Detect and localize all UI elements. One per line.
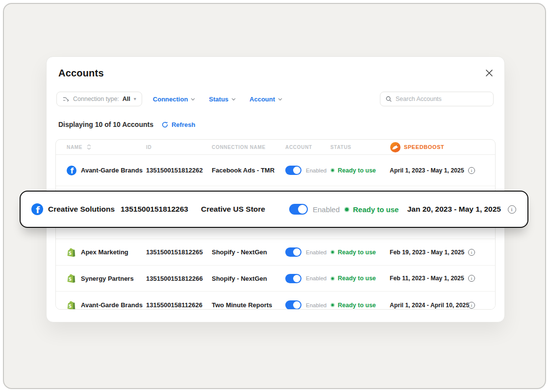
enabled-toggle[interactable]	[285, 300, 301, 310]
account-dropdown-label: Account	[250, 96, 275, 103]
enabled-label: Enabled	[306, 275, 326, 281]
date-range: Feb 11, 2023 - May 1, 2025	[390, 275, 459, 282]
search-icon	[385, 96, 392, 102]
refresh-icon	[161, 121, 169, 128]
info-icon[interactable]: i	[468, 167, 475, 174]
connection-name: Creative US Store	[201, 205, 289, 214]
column-header-status[interactable]: STATUS	[330, 145, 390, 150]
account-name: Apex Marketing	[81, 248, 128, 256]
account-id: 1351500151812263	[121, 205, 201, 214]
status-label: Ready to use	[353, 205, 399, 214]
account-name: Avant-Garde Brands	[81, 301, 143, 309]
status-label: Ready to use	[338, 167, 376, 174]
table-row[interactable]: S Apex Marketing 1351500151812265 Shopif…	[56, 239, 495, 266]
refresh-button[interactable]: Refresh	[161, 121, 195, 128]
enabled-label: Enabled	[306, 249, 326, 255]
speedboost-logo-icon	[390, 142, 401, 153]
status-dot-icon	[330, 168, 335, 172]
facebook-icon: f	[31, 203, 43, 215]
connection-type-label: Connection type:	[73, 96, 119, 102]
info-icon[interactable]: i	[508, 205, 516, 214]
date-range: Feb 19, 2023 - May 1, 2025	[390, 249, 459, 256]
table-row[interactable]: S Synergy Partners 1351500151812266 Shop…	[56, 266, 495, 292]
connection-name: Shopify - NextGen	[212, 248, 285, 256]
shopify-icon: S	[67, 273, 76, 283]
connection-type-filter[interactable]: Connection type: All ▾	[56, 92, 142, 106]
enabled-toggle[interactable]	[289, 204, 308, 215]
sort-icon	[87, 144, 91, 150]
date-range: April 1, 2024 - April 10, 2025	[390, 302, 459, 309]
enabled-toggle[interactable]	[285, 247, 301, 257]
caret-down-icon: ▾	[134, 97, 136, 101]
speedboost-brand-text: SPEEDBOOST	[404, 144, 444, 150]
displaying-count-text: Displaying 10 of 10 Accounts	[58, 121, 153, 128]
column-header-connection-name[interactable]: CONNECTION NAME	[212, 145, 285, 150]
connection-dropdown[interactable]: Connection	[153, 96, 196, 103]
shopify-icon: S	[67, 247, 76, 257]
status-label: Ready to use	[338, 302, 376, 309]
account-id: 1315500158112626	[146, 301, 212, 309]
connection-dropdown-label: Connection	[153, 96, 188, 103]
connection-name: Two Minute Reports	[212, 301, 285, 309]
highlighted-row-callout[interactable]: f Creative Solutions 1351500151812263 Cr…	[20, 191, 528, 228]
account-name: Synergy Partners	[81, 275, 134, 282]
enabled-label: Enabled	[313, 205, 340, 214]
toggle-knob	[293, 167, 300, 174]
column-header-account[interactable]: ACCOUNT	[285, 145, 330, 150]
toggle-knob	[293, 301, 300, 309]
chevron-down-icon	[231, 97, 236, 102]
search-accounts-box	[380, 92, 494, 106]
toggle-knob	[293, 248, 300, 256]
account-id: 1351500151812265	[146, 248, 212, 256]
enabled-label: Enabled	[306, 168, 326, 173]
connection-type-icon	[62, 96, 70, 103]
column-header-id[interactable]: ID	[146, 145, 212, 150]
page-title: Accounts	[58, 68, 104, 79]
search-input[interactable]	[396, 96, 488, 102]
filter-bar: Connection type: All ▾ Connection Status…	[56, 92, 494, 106]
info-icon[interactable]: i	[468, 275, 475, 282]
account-dropdown[interactable]: Account	[250, 96, 283, 103]
speedboost-brand: SPEEDBOOST	[390, 142, 484, 153]
connection-type-value: All	[123, 96, 130, 102]
accounts-modal: Accounts Connection type: All ▾ Connecti…	[46, 56, 505, 322]
status-label: Ready to use	[338, 275, 376, 282]
account-name: Creative Solutions	[48, 205, 115, 214]
status-dropdown[interactable]: Status	[209, 96, 236, 103]
enabled-label: Enabled	[306, 302, 326, 308]
account-name: Avant-Garde Brands	[81, 167, 143, 174]
info-icon[interactable]: i	[468, 302, 475, 309]
enabled-toggle[interactable]	[285, 166, 301, 175]
chevron-down-icon	[190, 97, 196, 102]
refresh-label: Refresh	[172, 121, 195, 128]
summary-bar: Displaying 10 of 10 Accounts Refresh	[58, 121, 195, 128]
toggle-knob	[298, 205, 307, 214]
table-header-row: NAME ID CONNECTION NAME ACCOUNT STATUS S…	[56, 140, 495, 155]
date-range: Jan 20, 2023 - May 1, 2025	[406, 205, 501, 214]
column-header-name[interactable]: NAME	[67, 144, 146, 150]
close-icon[interactable]	[485, 69, 494, 77]
status-dot-icon	[344, 207, 349, 212]
svg-text:S: S	[69, 250, 72, 255]
account-id: 1351500151812266	[146, 275, 212, 282]
facebook-icon: f	[67, 166, 76, 175]
shopify-icon: S	[67, 300, 76, 310]
enabled-toggle[interactable]	[285, 274, 301, 283]
status-dot-icon	[330, 276, 335, 281]
status-label: Ready to use	[338, 249, 376, 256]
svg-text:S: S	[69, 277, 72, 282]
info-icon[interactable]: i	[468, 249, 475, 256]
table-row[interactable]: S Avant-Garde Brands 1315500158112626 Tw…	[56, 292, 495, 310]
account-id: 1351500151812262	[146, 167, 212, 174]
connection-name: Shopify - NextGen	[212, 275, 285, 282]
table-row[interactable]: f Avant-Garde Brands 1351500151812262 Fa…	[56, 155, 495, 186]
toggle-knob	[293, 275, 300, 282]
status-dot-icon	[330, 303, 335, 307]
status-dot-icon	[330, 250, 335, 254]
chevron-down-icon	[277, 97, 283, 102]
connection-name: Facebook Ads - TMR	[212, 167, 285, 174]
status-dropdown-label: Status	[209, 96, 228, 103]
date-range: April 1, 2023 - May 1, 2025	[390, 167, 459, 174]
svg-text:S: S	[69, 303, 72, 308]
